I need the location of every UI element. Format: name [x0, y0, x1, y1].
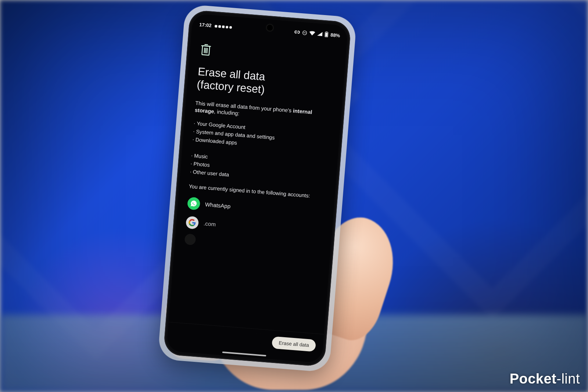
- account-label: .com: [203, 220, 216, 228]
- status-right: 88%: [294, 29, 340, 39]
- account-label: WhatsApp: [205, 201, 230, 209]
- battery-percent: 88%: [330, 32, 340, 38]
- battery-icon: [325, 31, 329, 38]
- phone-screen: 17:02 88%: [166, 14, 348, 363]
- link-icon: [294, 30, 300, 34]
- signal-icon: [317, 32, 323, 36]
- page-title: Erase all data (factory reset): [196, 65, 334, 101]
- dnd-icon: [302, 30, 307, 35]
- notification-dots-icon: [214, 23, 232, 30]
- account-avatar-icon: [184, 234, 196, 245]
- google-icon: [186, 216, 199, 229]
- account-row-whatsapp[interactable]: WhatsApp: [187, 197, 325, 220]
- settings-content[interactable]: Erase all data (factory reset) This will…: [166, 37, 347, 363]
- status-time: 17:02: [199, 22, 212, 28]
- wifi-icon: [309, 31, 315, 36]
- trash-icon: [200, 43, 337, 68]
- svg-rect-1: [304, 32, 306, 33]
- erase-list-2: Music Photos Other user data: [190, 152, 328, 186]
- erase-all-data-button[interactable]: Erase all data: [272, 336, 316, 352]
- watermark: Pocket-lint: [510, 371, 580, 387]
- phone: 17:02 88%: [163, 10, 351, 367]
- whatsapp-icon: [187, 197, 201, 210]
- svg-rect-4: [325, 33, 328, 37]
- svg-rect-3: [326, 31, 327, 32]
